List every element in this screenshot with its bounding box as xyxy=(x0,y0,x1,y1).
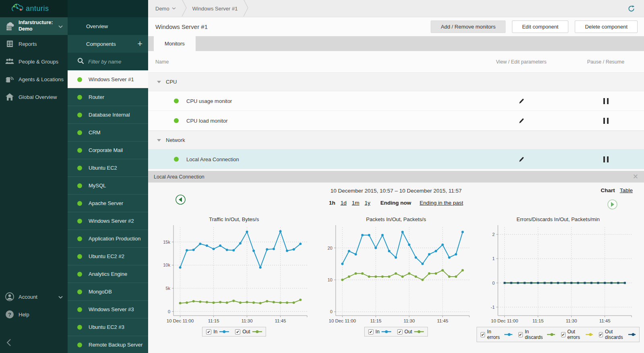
component-item-apache-server[interactable]: Apache Server xyxy=(68,194,148,212)
range-1d-button[interactable]: 1d xyxy=(341,200,347,206)
refresh-icon[interactable] xyxy=(627,5,635,12)
legend-checkbox-out[interactable]: ✔ xyxy=(235,329,240,335)
view-chart-toggle[interactable]: Chart xyxy=(601,187,615,193)
svg-text:1: 1 xyxy=(492,256,495,261)
legend-item-in-discards: ✔In discards xyxy=(518,329,555,340)
breadcrumb-current[interactable]: Windows Server #1 xyxy=(192,6,238,12)
chevron-left-icon xyxy=(6,339,11,346)
component-item-mongodb[interactable]: MongoDB xyxy=(68,283,148,300)
svg-text:5k: 5k xyxy=(166,286,171,291)
component-item-database-internal[interactable]: Database Internal xyxy=(68,106,148,123)
sidebar-item-label: Global Overview xyxy=(19,94,57,100)
component-item-ubuntu-ec2-3[interactable]: Ubuntu EC2 #3 xyxy=(68,318,148,336)
legend-item-out-discards: ✔Out discards xyxy=(599,329,636,340)
sidebar-item-overview[interactable]: Overview xyxy=(68,17,148,35)
component-item-application-production[interactable]: Application Production xyxy=(68,230,148,247)
status-ok-icon xyxy=(174,99,179,103)
sidebar-item-infrastructure[interactable]: Infarstructure: Demo xyxy=(0,17,68,35)
component-item-ubuntu-ec2-2[interactable]: Ubuntu EC2 #2 xyxy=(68,247,148,265)
monitor-row-local-area-connection[interactable]: Local Area Connection xyxy=(148,150,644,169)
component-item-mysql[interactable]: MySQL xyxy=(68,176,148,194)
legend-checkbox-out-discards[interactable]: ✔ xyxy=(599,332,603,337)
svg-text:0: 0 xyxy=(168,309,170,314)
anturis-logo-icon xyxy=(10,3,24,15)
pause-icon[interactable] xyxy=(603,98,609,104)
previous-period-button[interactable] xyxy=(175,195,186,206)
legend-marker-icon xyxy=(252,330,262,334)
legend-checkbox-in[interactable]: ✔ xyxy=(206,329,211,335)
component-label: CRM xyxy=(89,129,101,135)
monitor-group-cpu[interactable]: CPU xyxy=(148,72,644,91)
component-item-windows-server-2[interactable]: Windows Server #2 xyxy=(68,212,148,230)
components-sidebar-header xyxy=(68,0,148,17)
component-item-router[interactable]: Router xyxy=(68,88,148,106)
next-period-button[interactable] xyxy=(607,199,617,211)
delete-component-button[interactable]: Delete component xyxy=(575,21,638,33)
sidebar-item-account[interactable]: Account xyxy=(0,288,68,306)
component-label: Ubuntu EC2 #2 xyxy=(89,253,124,259)
status-ok-icon xyxy=(174,157,179,162)
breadcrumb-root[interactable]: Demo xyxy=(155,6,176,12)
close-icon[interactable]: ✕ xyxy=(633,173,638,180)
main-content: Demo Windows Server #1 Windows Server #1… xyxy=(148,0,644,353)
add-component-icon[interactable]: + xyxy=(137,39,142,49)
status-ok-icon xyxy=(77,166,82,170)
legend-label: Out xyxy=(405,329,412,335)
ending-now-button[interactable]: Ending now xyxy=(380,200,411,206)
svg-text:10 Dec 11:00: 10 Dec 11:00 xyxy=(491,318,518,323)
pause-icon[interactable] xyxy=(603,118,609,124)
legend-checkbox-out[interactable]: ✔ xyxy=(397,329,402,335)
brand-logo[interactable]: anturis xyxy=(0,0,68,17)
server-stack-icon xyxy=(5,22,14,31)
pause-icon[interactable] xyxy=(603,156,609,162)
component-list: Windows Server #1RouterDatabase Internal… xyxy=(68,70,148,353)
chevron-down-icon xyxy=(58,23,63,29)
component-item-remote-backup-server[interactable]: Remote Backup Server xyxy=(68,336,148,353)
chart-legend: ✔In errors✔In discards✔Out errors✔Out di… xyxy=(477,327,640,342)
tab-monitors[interactable]: Monitors xyxy=(154,36,196,51)
column-header-pause: Pause / Resume xyxy=(568,59,644,65)
monitor-row-cpu-usage-monitor[interactable]: CPU usage monitor xyxy=(148,91,644,111)
add-remove-monitors-button[interactable]: Add / Remove monitors xyxy=(431,21,506,33)
sidebar-item-people-groups[interactable]: People & Groups xyxy=(0,53,68,70)
legend-label: Out errors xyxy=(568,329,584,340)
component-item-windows-server-1[interactable]: Windows Server #1 xyxy=(68,70,148,88)
range-1h-button[interactable]: 1h xyxy=(329,200,335,206)
detail-panel: 10 December 2015, 10:57 – 10 December 20… xyxy=(148,183,644,353)
component-item-windows-server-3[interactable]: Windows Server #3 xyxy=(68,300,148,318)
sidebar-item-help[interactable]: ? Help xyxy=(0,306,68,323)
legend-checkbox-in-discards[interactable]: ✔ xyxy=(518,332,523,337)
legend-checkbox-in-errors[interactable]: ✔ xyxy=(481,332,485,337)
range-1m-button[interactable]: 1m xyxy=(352,200,359,206)
component-item-crm[interactable]: CRM xyxy=(68,123,148,141)
component-item-analytics-engine[interactable]: Analytics Engine xyxy=(68,265,148,283)
monitor-group-network[interactable]: Network xyxy=(148,131,644,150)
column-header-name: Name xyxy=(148,59,475,65)
legend-marker-icon xyxy=(547,332,555,337)
sidebar-item-components[interactable]: Components + xyxy=(68,35,148,53)
component-item-corporate-mail[interactable]: Corporate Mail xyxy=(68,141,148,159)
sidebar-item-reports[interactable]: Reports xyxy=(0,35,68,53)
edit-parameters-icon[interactable] xyxy=(518,117,524,124)
sidebar-item-agents-locations[interactable]: Agents & Locations xyxy=(0,70,68,88)
chart-packets-in-out-packets-s: Packets In/Out, Packets/s0102010 Dec 11:… xyxy=(315,216,477,342)
monitor-label: Local Area Connection xyxy=(186,156,239,162)
search-icon xyxy=(77,57,84,66)
edit-parameters-icon[interactable] xyxy=(518,156,524,163)
status-ok-icon xyxy=(77,183,82,188)
legend-item-out-errors: ✔Out errors xyxy=(561,329,592,340)
component-item-ubuntu-ec2[interactable]: Ubuntu EC2 xyxy=(68,159,148,176)
legend-item-in: ✔In xyxy=(206,329,229,335)
legend-checkbox-in[interactable]: ✔ xyxy=(368,329,374,335)
ending-in-past-button[interactable]: Ending in the past xyxy=(420,200,463,206)
edit-parameters-icon[interactable] xyxy=(518,98,524,105)
sidebar-item-global-overview[interactable]: Global Overview xyxy=(0,88,68,106)
sidebar-collapse-button[interactable] xyxy=(0,335,68,351)
view-table-toggle[interactable]: Table xyxy=(620,187,633,193)
range-1y-button[interactable]: 1y xyxy=(365,200,370,206)
svg-text:11:15: 11:15 xyxy=(208,318,219,323)
edit-component-button[interactable]: Edit component xyxy=(512,21,568,33)
monitor-row-cpu-load-monitor[interactable]: CPU load monitor xyxy=(148,111,644,131)
filter-by-name-input[interactable] xyxy=(88,59,136,65)
legend-checkbox-out-errors[interactable]: ✔ xyxy=(561,332,565,337)
